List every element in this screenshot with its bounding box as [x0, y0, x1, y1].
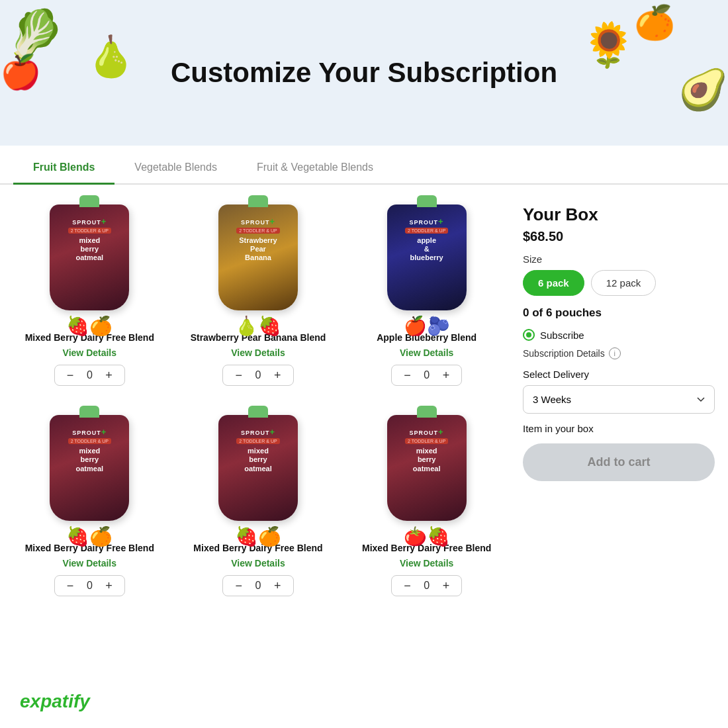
- view-details-link-3[interactable]: View Details: [400, 347, 453, 358]
- qty-value-2: 0: [254, 369, 262, 381]
- qty-decrease-2[interactable]: −: [232, 368, 245, 383]
- product-image: SPROUT+ 2 TODDLER & UP mixedberryoatmeal…: [36, 415, 142, 534]
- expatify-logo: expatify: [13, 688, 97, 715]
- quantity-control-5: − 0 +: [222, 575, 293, 596]
- view-details-link-5[interactable]: View Details: [231, 558, 285, 569]
- qty-increase-3[interactable]: +: [440, 368, 453, 383]
- view-details-link-1[interactable]: View Details: [63, 347, 116, 358]
- qty-increase-2[interactable]: +: [271, 368, 284, 383]
- main-layout: SPROUT+ 2 TODDLER & UP mixedberryoatmeal…: [0, 185, 728, 616]
- logo-text: expatify: [20, 691, 90, 711]
- subscribe-radio[interactable]: [523, 329, 535, 341]
- radio-inner: [526, 332, 531, 338]
- quantity-control-2: − 0 +: [222, 365, 293, 386]
- tabs-bar: Fruit Blends Vegetable Blends Fruit & Ve…: [0, 152, 728, 185]
- add-to-cart-button[interactable]: Add to cart: [523, 443, 715, 481]
- pouch-cap: [79, 195, 99, 207]
- qty-value-6: 0: [423, 580, 431, 592]
- fruit-deco-1: 🍓🍊: [66, 315, 113, 337]
- products-grid: SPROUT+ 2 TODDLER & UP mixedberryoatmeal…: [13, 198, 503, 603]
- pouch-label: SPROUT+ 2 TODDLER & UP mixedberryoatmeal: [397, 427, 457, 473]
- qty-decrease-6[interactable]: −: [401, 578, 414, 593]
- product-card: SPROUT+ 2 TODDLER & UP apple&blueberry 🍎…: [350, 198, 503, 392]
- quantity-control-3: − 0 +: [391, 365, 462, 386]
- tab-fruit-vegetable-blends[interactable]: Fruit & Vegetable Blends: [237, 152, 393, 185]
- qty-value-5: 0: [254, 580, 262, 592]
- product-image: SPROUT+ 2 TODDLER & UP mixedberryoatmeal…: [205, 415, 311, 534]
- view-details-link-6[interactable]: View Details: [400, 558, 453, 569]
- sunflower-deco: 🌻: [582, 20, 635, 70]
- fruit-deco-5: 🍓🍊: [235, 525, 281, 547]
- qty-value-3: 0: [423, 369, 431, 381]
- select-delivery-label: Select Delivery: [523, 369, 715, 380]
- fruit-deco-2: 🍐🍓: [235, 315, 281, 337]
- subscribe-label: Subscribe: [540, 330, 584, 341]
- your-box-title: Your Box: [523, 205, 715, 225]
- avocado-deco: 🥑: [678, 66, 728, 113]
- pouch-pear-2: SPROUT+ 2 TODDLER & UP StrawberryPearBan…: [218, 205, 298, 310]
- pouch-berry-5: SPROUT+ 2 TODDLER & UP mixedberryoatmeal: [218, 415, 298, 521]
- product-image: SPROUT+ 2 TODDLER & UP apple&blueberry 🍎…: [374, 205, 480, 324]
- view-details-link-4[interactable]: View Details: [63, 558, 116, 569]
- product-image: SPROUT+ 2 TODDLER & UP StrawberryPearBan…: [205, 205, 311, 324]
- qty-value-4: 0: [85, 580, 93, 592]
- pouch-cap: [79, 406, 99, 418]
- delivery-select[interactable]: 3 Weeks 2 Weeks 4 Weeks: [523, 385, 715, 414]
- qty-decrease-4[interactable]: −: [64, 578, 77, 593]
- subscription-details-label: Subscription Details: [523, 348, 605, 359]
- fruit-deco-6: 🍅🍓: [404, 525, 450, 547]
- subscription-details-row: Subscription Details i: [523, 347, 715, 359]
- pouch-label: SPROUT+ 2 TODDLER & UP mixedberryoatmeal: [228, 427, 288, 473]
- pouches-count: 0 of 6 pouches: [523, 306, 715, 320]
- tab-vegetable-blends[interactable]: Vegetable Blends: [114, 152, 237, 185]
- orange-deco: 🍊: [634, 3, 675, 42]
- product-image: SPROUT+ 2 TODDLER & UP mixedberryoatmeal…: [36, 205, 142, 324]
- pouch-cap: [248, 406, 268, 418]
- info-icon[interactable]: i: [609, 347, 621, 359]
- pouch-label: SPROUT+ 2 TODDLER & UP mixedberryoatmeal: [60, 216, 119, 263]
- product-card: SPROUT+ 2 TODDLER & UP mixedberryoatmeal…: [182, 408, 335, 603]
- sidebar: Your Box $68.50 Size 6 pack 12 pack 0 of…: [516, 198, 715, 603]
- subscribe-row: Subscribe: [523, 329, 715, 341]
- bok-choy-deco: 🥬: [7, 7, 64, 61]
- qty-value-1: 0: [85, 369, 93, 381]
- pouch-apple-3: SPROUT+ 2 TODDLER & UP apple&blueberry: [387, 205, 467, 310]
- page-title: Customize Your Subscription: [171, 57, 557, 89]
- product-card: SPROUT+ 2 TODDLER & UP mixedberryoatmeal…: [13, 198, 166, 392]
- size-12pack-button[interactable]: 12 pack: [591, 270, 657, 296]
- item-in-box-label: Item in your box: [523, 423, 715, 434]
- pouch-berry-1: SPROUT+ 2 TODDLER & UP mixedberryoatmeal: [50, 205, 129, 310]
- pouch-cap: [417, 406, 437, 418]
- pouch-label: SPROUT+ 2 TODDLER & UP mixedberryoatmeal: [60, 427, 119, 473]
- qty-decrease-5[interactable]: −: [232, 578, 245, 593]
- pouch-cap: [248, 195, 268, 207]
- qty-decrease-1[interactable]: −: [64, 368, 77, 383]
- size-buttons: 6 pack 12 pack: [523, 270, 715, 296]
- qty-increase-6[interactable]: +: [440, 578, 453, 593]
- qty-increase-4[interactable]: +: [103, 578, 115, 593]
- product-image: SPROUT+ 2 TODDLER & UP mixedberryoatmeal…: [374, 415, 480, 534]
- view-details-link-2[interactable]: View Details: [231, 347, 285, 358]
- pouch-cap: [417, 195, 437, 207]
- product-card: SPROUT+ 2 TODDLER & UP StrawberryPearBan…: [182, 198, 335, 392]
- pouch-label: SPROUT+ 2 TODDLER & UP apple&blueberry: [397, 216, 457, 263]
- header: 🥬 🍐 🍎 🍊 🌻 🥑 Customize Your Subscription: [0, 0, 728, 146]
- quantity-control-1: − 0 +: [54, 365, 125, 386]
- tab-fruit-blends[interactable]: Fruit Blends: [13, 152, 114, 185]
- pear-deco: 🍐: [86, 33, 136, 80]
- qty-increase-1[interactable]: +: [103, 368, 115, 383]
- quantity-control-4: − 0 +: [54, 575, 125, 596]
- box-price: $68.50: [523, 229, 715, 244]
- size-label: Size: [523, 253, 715, 265]
- qty-increase-5[interactable]: +: [271, 578, 284, 593]
- product-card: SPROUT+ 2 TODDLER & UP mixedberryoatmeal…: [13, 408, 166, 603]
- quantity-control-6: − 0 +: [391, 575, 462, 596]
- apple-deco: 🍎: [0, 53, 41, 91]
- qty-decrease-3[interactable]: −: [401, 368, 414, 383]
- fruit-deco-3: 🍎🫐: [404, 315, 450, 337]
- product-card: SPROUT+ 2 TODDLER & UP mixedberryoatmeal…: [350, 408, 503, 603]
- pouch-berry-6: SPROUT+ 2 TODDLER & UP mixedberryoatmeal: [387, 415, 467, 521]
- pouch-berry-4: SPROUT+ 2 TODDLER & UP mixedberryoatmeal: [50, 415, 129, 521]
- pouch-label: SPROUT+ 2 TODDLER & UP StrawberryPearBan…: [228, 216, 288, 263]
- size-6pack-button[interactable]: 6 pack: [523, 270, 584, 296]
